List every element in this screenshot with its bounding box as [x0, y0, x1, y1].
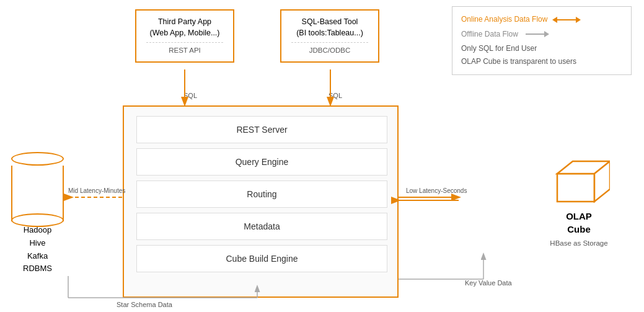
legend-note2: OLAP Cube is transparent to users [461, 55, 622, 69]
legend-offline-line [526, 33, 544, 35]
cyl-body [11, 166, 64, 221]
hbase-label: HBase as Storage [548, 239, 610, 247]
routing-row: Routing [136, 181, 387, 208]
key-value-label: Key Value Data [465, 279, 513, 287]
legend-online-line [557, 19, 576, 20]
third-party-api: REST API [146, 42, 223, 55]
mid-latency-label: Mid Latency-Minutes [68, 187, 125, 194]
main-server-box: REST Server Query Engine Routing Metadat… [123, 105, 399, 298]
cyl-bottom [11, 213, 64, 227]
metadata-row: Metadata [136, 213, 387, 240]
legend-note1: Only SQL for End User [461, 42, 622, 55]
legend-online: Online Analysis Data Flow [461, 13, 622, 27]
legend-online-arrow-right [576, 17, 581, 23]
low-latency-label: Low Latency-Seconds [406, 187, 467, 194]
hadoop-line4: RDBMS [11, 262, 64, 275]
hadoop-box: Hadoop Hive Kafka RDBMS [11, 152, 64, 275]
legend-box: Online Analysis Data Flow Offline Data F… [452, 6, 632, 75]
sql-tool-box: SQL-Based Tool (BI tools:Tableau...) JDB… [280, 9, 379, 63]
legend-offline-label: Offline Data Flow [461, 28, 518, 42]
rest-server-label: REST Server [236, 125, 287, 135]
legend-online-label: Online Analysis Data Flow [461, 13, 547, 27]
query-engine-row: Query Engine [136, 148, 387, 176]
svg-marker-0 [557, 174, 594, 202]
cyl-top [11, 152, 64, 166]
sql-tool-api: JDBC/ODBC [291, 42, 368, 55]
legend-online-arrow-left [552, 17, 557, 23]
legend-offline-arrowhead [544, 31, 549, 37]
third-party-line1: Third Party App [146, 17, 223, 28]
olap-area: OLAP Cube HBase as Storage [548, 155, 610, 247]
metadata-label: Metadata [244, 221, 280, 231]
cylinder [11, 152, 64, 221]
hadoop-line2: Hive [11, 237, 64, 250]
sql-label-1: SQL [183, 92, 197, 99]
sql-tool-line2: (BI tools:Tableau...) [291, 28, 368, 39]
third-party-line2: (Web App, Mobile...) [146, 28, 223, 39]
cube-build-row: Cube Build Engine [136, 245, 387, 272]
third-party-box: Third Party App (Web App, Mobile...) RES… [135, 9, 234, 63]
rest-server-row: REST Server [136, 116, 387, 143]
hadoop-text: Hadoop Hive Kafka RDBMS [11, 224, 64, 275]
query-engine-label: Query Engine [236, 157, 289, 167]
cube-build-label: Cube Build Engine [226, 254, 298, 264]
hadoop-line3: Kafka [11, 250, 64, 263]
sql-label-2: SQL [329, 92, 342, 99]
olap-cube-svg [548, 155, 610, 211]
legend-offline: Offline Data Flow [461, 28, 622, 42]
sql-tool-line1: SQL-Based Tool [291, 17, 368, 28]
architecture-diagram: Online Analysis Data Flow Offline Data F… [0, 0, 644, 312]
olap-title: OLAP Cube [548, 210, 610, 236]
star-schema-label: Star Schema Data [117, 301, 173, 308]
routing-label: Routing [247, 189, 276, 199]
